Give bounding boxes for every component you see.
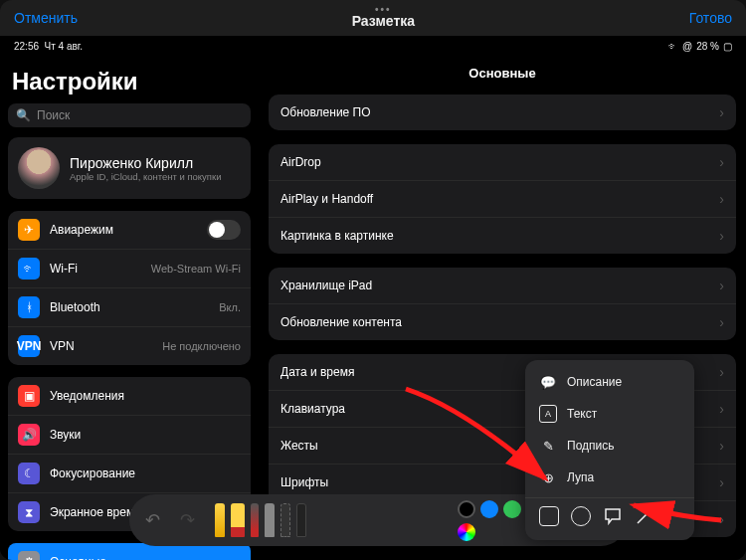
- color-green[interactable]: [503, 500, 521, 518]
- tool-eraser[interactable]: [265, 503, 275, 537]
- sidebar-item-notifications[interactable]: ▣ Уведомления: [8, 377, 251, 415]
- chevron-right-icon: ›: [719, 314, 724, 330]
- sidebar-item-airplane[interactable]: ✈ Авиарежим: [8, 211, 251, 249]
- battery-orientation-icon: @: [682, 41, 692, 52]
- row-pip[interactable]: Картинка в картинке›: [269, 217, 736, 254]
- tool-pen[interactable]: [215, 503, 225, 537]
- profile-name: Пироженко Кирилл: [70, 155, 221, 171]
- magnifier-icon: ⊕: [539, 468, 557, 486]
- profile-card[interactable]: Пироженко Кирилл Apple ID, iCloud, конте…: [8, 137, 251, 199]
- sidebar-title: Настройки: [12, 68, 247, 95]
- color-blue[interactable]: [480, 500, 498, 518]
- popup-shapes-row: [525, 497, 694, 534]
- profile-sub: Apple ID, iCloud, контент и покупки: [70, 171, 221, 182]
- tool-lasso[interactable]: [280, 503, 290, 537]
- status-bar: 22:56 Чт 4 авг. ᯤ @ 28 % ▢: [0, 36, 746, 56]
- color-picker[interactable]: [458, 523, 475, 541]
- shape-square[interactable]: [539, 506, 559, 526]
- status-time: 22:56: [14, 41, 39, 52]
- tool-pencil[interactable]: [251, 503, 259, 537]
- chevron-right-icon: ›: [719, 104, 724, 120]
- undo-button[interactable]: ↶: [145, 509, 160, 531]
- chevron-right-icon: ›: [719, 364, 724, 380]
- color-black[interactable]: [458, 500, 475, 518]
- search-icon: 🔍: [16, 108, 31, 122]
- chevron-right-icon: ›: [719, 154, 724, 170]
- airplane-icon: ✈: [18, 219, 40, 241]
- airplane-toggle[interactable]: [207, 220, 241, 240]
- row-software-update[interactable]: Обновление ПО›: [269, 94, 736, 130]
- vpn-icon: VPN: [18, 335, 40, 357]
- sidebar-item-focus[interactable]: ☾ Фокусирование: [8, 454, 251, 492]
- battery-percent: 28 %: [696, 41, 719, 52]
- popup-text[interactable]: AТекст: [525, 398, 694, 430]
- tool-highlighter[interactable]: [231, 503, 245, 537]
- bell-icon: ▣: [18, 385, 40, 407]
- chevron-right-icon: ›: [719, 511, 724, 527]
- redo-button[interactable]: ↷: [180, 509, 195, 531]
- wifi-icon: ᯤ: [18, 258, 40, 280]
- chevron-right-icon: ›: [719, 474, 724, 490]
- row-storage[interactable]: Хранилище iPad›: [269, 268, 736, 303]
- gear-icon: ⚙: [18, 551, 40, 560]
- shape-arrow[interactable]: [635, 506, 654, 526]
- chevron-right-icon: ›: [719, 401, 724, 417]
- settings-sidebar: Настройки 🔍 Поиск Пироженко Кирилл Apple…: [0, 56, 259, 560]
- markup-modal-bar: Отменить ••• Разметка Готово: [0, 0, 746, 36]
- popup-description[interactable]: 💬Описание: [525, 366, 694, 398]
- search-input[interactable]: 🔍 Поиск: [8, 103, 251, 127]
- tool-ruler[interactable]: [296, 503, 306, 537]
- row-airdrop[interactable]: AirDrop›: [269, 144, 736, 180]
- popup-magnifier[interactable]: ⊕Лупа: [525, 462, 694, 493]
- sidebar-group-connectivity: ✈ Авиарежим ᯤ Wi-Fi Web-Stream Wi-Fi ᚼ B…: [8, 211, 251, 365]
- shape-speech-bubble[interactable]: [603, 506, 623, 526]
- chevron-right-icon: ›: [719, 278, 724, 293]
- hourglass-icon: ⧗: [18, 501, 40, 523]
- sidebar-item-sounds[interactable]: 🔊 Звуки: [8, 415, 251, 454]
- status-date: Чт 4 авг.: [45, 41, 83, 52]
- sidebar-item-vpn[interactable]: VPN VPN Не подключено: [8, 326, 251, 365]
- text-icon: A: [539, 405, 557, 423]
- section-software-update: Обновление ПО›: [269, 94, 736, 130]
- bluetooth-icon: ᚼ: [18, 296, 40, 318]
- sidebar-item-wifi[interactable]: ᯤ Wi-Fi Web-Stream Wi-Fi: [8, 249, 251, 287]
- cancel-button[interactable]: Отменить: [14, 10, 78, 26]
- row-background-refresh[interactable]: Обновление контента›: [269, 303, 736, 340]
- modal-title: ••• Разметка: [352, 7, 415, 29]
- shape-circle[interactable]: [571, 506, 591, 526]
- wifi-icon: ᯤ: [668, 41, 678, 52]
- main-header: Основные: [269, 56, 736, 94]
- sidebar-item-bluetooth[interactable]: ᚼ Bluetooth Вкл.: [8, 287, 251, 326]
- speech-bubble-icon: 💬: [539, 373, 557, 391]
- chevron-right-icon: ›: [719, 438, 724, 454]
- avatar: [18, 147, 60, 189]
- battery-icon: ▢: [723, 41, 732, 52]
- chevron-right-icon: ›: [719, 228, 724, 244]
- device-frame: 22:56 Чт 4 авг. ᯤ @ 28 % ▢ Настройки 🔍 П…: [0, 36, 746, 560]
- done-button[interactable]: Готово: [689, 10, 732, 26]
- section-airdrop: AirDrop› AirPlay и Handoff› Картинка в к…: [269, 144, 736, 254]
- sound-icon: 🔊: [18, 424, 40, 446]
- row-airplay[interactable]: AirPlay и Handoff›: [269, 180, 736, 217]
- moon-icon: ☾: [18, 463, 40, 484]
- signature-icon: ✎: [539, 437, 557, 455]
- popup-signature[interactable]: ✎Подпись: [525, 430, 694, 462]
- markup-add-popup: 💬Описание AТекст ✎Подпись ⊕Лупа: [525, 360, 694, 540]
- section-storage: Хранилище iPad› Обновление контента›: [269, 268, 736, 340]
- chevron-right-icon: ›: [719, 191, 724, 207]
